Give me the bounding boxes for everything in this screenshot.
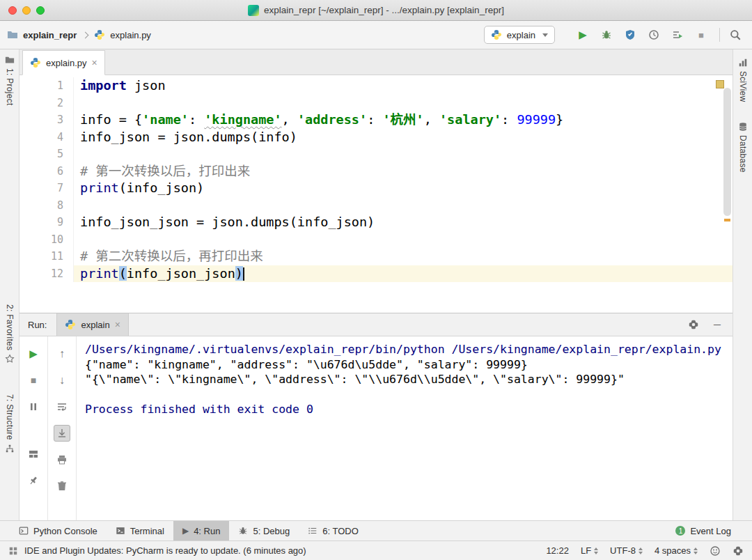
console-output[interactable]: /Users/kingname/.virtualenvs/explain_rep… (77, 336, 733, 520)
python-tab-icon (30, 57, 41, 68)
pycharm-logo-icon (248, 5, 259, 16)
code-line[interactable]: 6# 第一次转换以后，打印出来 (19, 163, 733, 180)
inspections-profile-button[interactable] (710, 545, 721, 557)
close-icon[interactable]: × (92, 58, 97, 68)
scroll-to-end-icon (56, 428, 68, 439)
minimize-window-button[interactable] (22, 6, 31, 15)
pause-output-button[interactable] (25, 398, 42, 415)
restore-layout-button[interactable] (25, 446, 42, 462)
run-tab-explain[interactable]: explain × (56, 313, 128, 336)
star-icon (5, 354, 15, 364)
breadcrumb-file[interactable]: explain.py (110, 30, 151, 40)
code-editor[interactable]: 1import json23info = {'name': 'kingname'… (19, 75, 733, 313)
rerun-button[interactable]: ▶ (25, 345, 42, 362)
code-line[interactable]: 11# 第二次转换以后，再打印出来 (19, 248, 733, 265)
debug-toolwindow-label: 5: Debug (253, 526, 290, 536)
toolwindow-event-log[interactable]: 1 Event Log (675, 521, 731, 540)
code-line[interactable]: 7print(info_json) (19, 180, 733, 197)
run-body: ▶ ■ ↑ (19, 336, 733, 520)
soft-wrap-button[interactable] (54, 398, 70, 415)
clock: 12:22 (546, 545, 569, 556)
attach-to-process-button[interactable] (669, 26, 686, 43)
editor-column: explain.py × 1import json23info = {'name… (19, 49, 733, 520)
encoding-widget[interactable]: UTF-8 (610, 545, 643, 556)
inspections-face-icon (710, 545, 721, 557)
indent-value: 4 spaces (655, 545, 691, 556)
debug-button[interactable] (598, 26, 615, 43)
pin-tab-button[interactable] (25, 472, 42, 489)
up-stack-trace-button[interactable]: ↑ (54, 345, 70, 362)
code-line[interactable]: 2 (19, 95, 733, 112)
code-text: print(info_json_json) (74, 265, 733, 283)
inspections-indicator[interactable] (716, 80, 724, 88)
toolwindow-run[interactable]: ▶ 4: Run (173, 521, 230, 540)
python-console-icon (19, 526, 29, 536)
hide-tool-window-button[interactable]: ─ (709, 316, 726, 333)
code-line[interactable]: 4info_json = json.dumps(info) (19, 129, 733, 146)
sidebar-item-favorites[interactable]: 2: Favorites (5, 304, 15, 364)
editor-scrollbar-thumb[interactable] (723, 88, 731, 216)
warning-stripe-mark[interactable] (724, 219, 730, 221)
event-log-label: Event Log (690, 526, 731, 536)
line-number[interactable]: 3 (19, 111, 74, 129)
sidebar-item-database[interactable]: Database (738, 122, 748, 173)
line-number[interactable]: 9 (19, 214, 74, 231)
pause-icon (28, 401, 39, 412)
code-text: # 第二次转换以后，再打印出来 (74, 248, 733, 265)
code-line[interactable]: 10 (19, 231, 733, 249)
toolwindow-python-console[interactable]: Python Console (10, 521, 107, 540)
code-text: info_json = json.dumps(info) (74, 129, 733, 146)
python-file-icon (94, 29, 105, 40)
line-number[interactable]: 6 (19, 163, 74, 180)
code-line[interactable]: 1import json (19, 77, 733, 95)
code-line[interactable]: 9info_json_json = json.dumps(info_json) (19, 214, 733, 231)
tab-explain-py[interactable]: explain.py × (22, 50, 105, 75)
settings-button[interactable] (733, 545, 744, 557)
code-line[interactable]: 12print(info_json_json) (19, 265, 733, 283)
toolwindow-switcher-icon[interactable] (8, 546, 18, 556)
down-stack-trace-button[interactable]: ↓ (54, 372, 70, 389)
profiler-button[interactable] (645, 26, 662, 43)
clear-console-button[interactable] (54, 478, 70, 495)
line-number[interactable]: 8 (19, 197, 74, 215)
indent-widget[interactable]: 4 spaces (655, 545, 698, 556)
code-line[interactable]: 8 (19, 197, 733, 215)
stop-icon: ■ (698, 30, 704, 40)
breadcrumb-project[interactable]: explain_repr (23, 30, 77, 40)
toolwindow-debug[interactable]: 5: Debug (229, 521, 299, 540)
search-everywhere-button[interactable] (727, 26, 744, 43)
line-number[interactable]: 7 (19, 180, 74, 197)
print-button[interactable] (54, 451, 70, 468)
code-line[interactable]: 5 (19, 146, 733, 163)
line-number[interactable]: 1 (19, 77, 74, 95)
run-tab-label: explain (81, 320, 109, 330)
toolwindow-todo[interactable]: 6: TODO (299, 521, 368, 540)
stop-button[interactable]: ■ (693, 26, 710, 43)
event-log-badge: 1 (675, 526, 685, 536)
run-with-coverage-button[interactable] (622, 26, 639, 43)
line-number[interactable]: 4 (19, 129, 74, 146)
close-window-button[interactable] (8, 6, 17, 15)
line-number[interactable]: 2 (19, 95, 74, 112)
line-number[interactable]: 5 (19, 146, 74, 163)
line-number[interactable]: 10 (19, 231, 74, 249)
status-message[interactable]: IDE and Plugin Updates: PyCharm is ready… (24, 545, 306, 556)
line-separator-widget[interactable]: LF (581, 545, 598, 556)
close-icon[interactable]: × (115, 320, 120, 329)
sidebar-item-sciview[interactable]: SciView (738, 58, 748, 102)
line-number[interactable]: 11 (19, 248, 74, 265)
code-line[interactable]: 3info = {'name': 'kingname', 'address': … (19, 111, 733, 129)
run-toolbar-console: ↑ ↓ (48, 336, 77, 520)
toolwindow-terminal[interactable]: Terminal (107, 521, 173, 540)
sidebar-item-project[interactable]: 1: Project (5, 55, 15, 106)
fullscreen-window-button[interactable] (36, 6, 45, 15)
sidebar-item-structure[interactable]: 7: Structure (5, 394, 15, 453)
line-separator-value: LF (581, 545, 591, 556)
line-number[interactable]: 12 (19, 265, 74, 283)
scroll-to-end-button[interactable] (54, 425, 70, 442)
stop-process-button[interactable]: ■ (25, 372, 42, 389)
run-configuration-select[interactable]: explain (484, 26, 555, 44)
run-button[interactable]: ▶ (574, 26, 591, 43)
run-settings-button[interactable] (685, 316, 702, 333)
python-console-label: Python Console (33, 526, 97, 536)
